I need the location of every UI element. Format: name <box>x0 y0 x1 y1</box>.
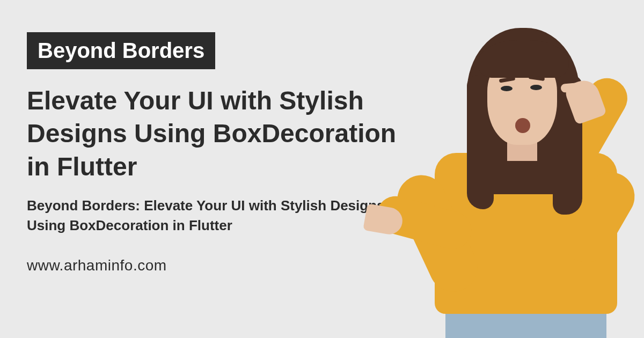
website-url: www.arhaminfo.com <box>27 257 397 274</box>
eye-left <box>501 86 513 91</box>
mouth <box>515 118 530 133</box>
sub-heading: Beyond Borders: Elevate Your UI with Sty… <box>27 196 397 236</box>
image-section <box>397 0 644 338</box>
person-illustration <box>402 21 639 338</box>
hair-front <box>478 40 569 78</box>
eye-right <box>530 85 542 90</box>
category-badge: Beyond Borders <box>27 32 215 69</box>
text-section: Beyond Borders Elevate Your UI with Styl… <box>0 0 397 338</box>
banner-container: Beyond Borders Elevate Your UI with Styl… <box>0 0 644 338</box>
main-heading: Elevate Your UI with Stylish Designs Usi… <box>27 84 397 183</box>
